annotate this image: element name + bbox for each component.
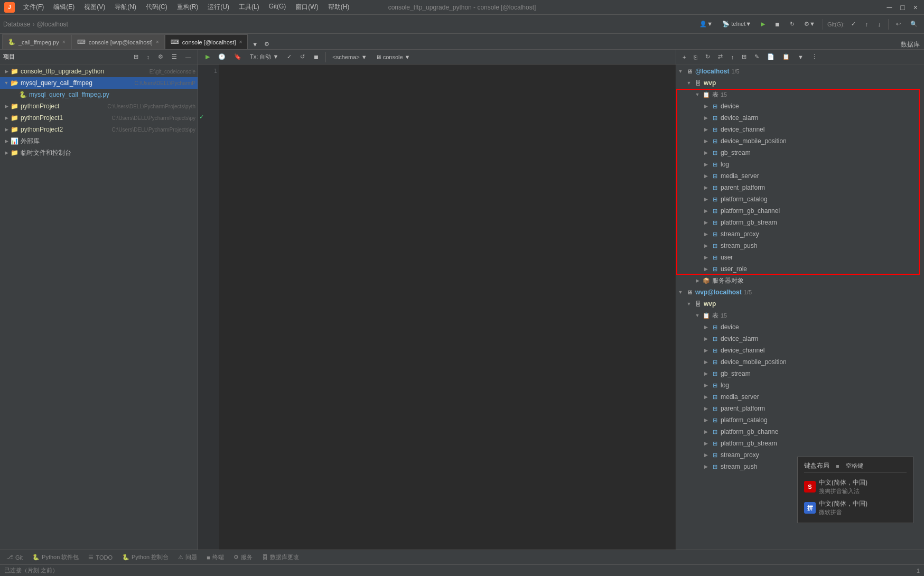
db-item-wvp[interactable]: ▼ 🗄 wvp	[676, 77, 924, 89]
menu-git[interactable]: Git(G)	[265, 2, 291, 13]
more-tabs-button[interactable]: ▼	[249, 40, 261, 49]
git-check-button[interactable]: ✓	[848, 19, 859, 29]
db-item-gb-stream2[interactable]: ▶ ⊞ gb_stream	[676, 368, 924, 379]
tab-close-icon[interactable]: ×	[62, 39, 66, 45]
editor-history-button[interactable]: 🕐	[215, 52, 229, 62]
restart-button[interactable]: ↻	[787, 19, 798, 29]
git-push-button[interactable]: ↑	[862, 20, 872, 29]
sidebar-close-button[interactable]: —	[182, 52, 194, 62]
editor-stop-button[interactable]: ⏹	[310, 52, 322, 62]
menu-code[interactable]: 代码(C)	[142, 2, 172, 13]
maximize-button[interactable]: □	[898, 3, 907, 12]
db-up-button[interactable]: ↑	[727, 52, 737, 62]
project-tree[interactable]: ▶ 📁 console_tftp_upgrade_python E:\git_c…	[0, 64, 198, 550]
tab-console-localhost[interactable]: ⌨ console [@localhost] ×	[165, 34, 248, 49]
db-query-button[interactable]: 📄	[764, 52, 778, 62]
tree-item-external-lib[interactable]: ▶ 📊 外部库	[0, 135, 198, 147]
minimize-button[interactable]: ─	[884, 3, 894, 12]
db-item-device2[interactable]: ▶ ⊞ device	[676, 321, 924, 333]
menu-file[interactable]: 文件(F)	[19, 2, 48, 13]
ime-item-pinyin[interactable]: 拼 中文(简体，中国) 微软拼音	[804, 497, 907, 518]
db-add-button[interactable]: +	[679, 52, 689, 62]
db-item-platform-catalog2[interactable]: ▶ ⊞ platform_catalog	[676, 414, 924, 426]
menu-view[interactable]: 视图(V)	[80, 2, 109, 13]
db-item-parent-platform[interactable]: ▶ ⊞ parent_platform	[676, 182, 924, 193]
menu-help[interactable]: 帮助(H)	[324, 2, 354, 13]
sidebar-sort-button[interactable]: ↕	[144, 52, 153, 62]
tree-item-python-project2[interactable]: ▶ 📁 pythonProject2 C:\Users\DELL\Pycharm…	[0, 124, 198, 135]
db-item-device-alarm[interactable]: ▶ ⊞ device_alarm	[676, 112, 924, 124]
tree-item-console-tftp[interactable]: ▶ 📁 console_tftp_upgrade_python E:\git_c…	[0, 66, 198, 77]
settings-button[interactable]: ⚙▼	[801, 19, 818, 29]
bottom-tab-todo[interactable]: ☰ TODO	[84, 552, 117, 562]
menu-edit[interactable]: 编辑(E)	[49, 2, 79, 13]
db-item-stream-push[interactable]: ▶ ⊞ stream_push	[676, 240, 924, 252]
git-pull-button[interactable]: ↓	[875, 20, 884, 29]
tree-item-mysql-py[interactable]: 🐍 mysql_query_call_ffmpeg.py	[0, 89, 198, 100]
menu-refactor[interactable]: 重构(R)	[173, 2, 203, 13]
tab-close-active-icon[interactable]: ×	[239, 39, 242, 45]
db-item-user[interactable]: ▶ ⊞ user	[676, 252, 924, 263]
menu-run[interactable]: 运行(U)	[203, 2, 234, 13]
bottom-tab-python-packages[interactable]: 🐍 Python 软件包	[28, 552, 83, 563]
telnet-button[interactable]: 📡 telnet▼	[719, 19, 754, 29]
editor-reload-button[interactable]: ↺	[297, 52, 308, 62]
bottom-tab-python-console[interactable]: 🐍 Python 控制台	[118, 552, 173, 563]
db-copy-button[interactable]: ⎘	[690, 52, 701, 62]
tree-item-python-project[interactable]: ▶ 📁 pythonProject C:\Users\DELL\PycharmP…	[0, 100, 198, 112]
editor-tx-button[interactable]: Tx: 自动 ▼	[247, 51, 282, 62]
editor-code[interactable]: ✓	[219, 64, 676, 550]
db-filter-button[interactable]: ▼	[795, 52, 807, 62]
db-item-tables-header2[interactable]: ▼ 📋 表 15	[676, 310, 924, 321]
menu-window[interactable]: 窗口(W)	[291, 2, 322, 13]
db-item-log2[interactable]: ▶ ⊞ log	[676, 379, 924, 391]
db-item-log[interactable]: ▶ ⊞ log	[676, 159, 924, 170]
bottom-tab-services[interactable]: ⚙ 服务	[229, 552, 257, 563]
menu-navigate[interactable]: 导航(N)	[110, 2, 141, 13]
db-item-gb-stream[interactable]: ▶ ⊞ gb_stream	[676, 147, 924, 159]
editor-check-button[interactable]: ✓	[284, 52, 295, 62]
db-sync-button[interactable]: ⇄	[715, 52, 726, 62]
bottom-tab-git[interactable]: ⎇ Git	[2, 552, 27, 562]
db-item-device-mobile[interactable]: ▶ ⊞ device_mobile_position	[676, 135, 924, 147]
tab-console-wvp[interactable]: ⌨ console [wvp@localhost] ×	[71, 34, 165, 49]
db-item-platform-gb-stream[interactable]: ▶ ⊞ platform_gb_stream	[676, 217, 924, 228]
menu-tools[interactable]: 工具(L)	[235, 2, 264, 13]
db-item-platform-catalog[interactable]: ▶ ⊞ platform_catalog	[676, 193, 924, 205]
db-item-server-objects[interactable]: ▶ 📦 服务器对象	[676, 275, 924, 286]
bottom-tab-db-changes[interactable]: 🗄 数据库更改	[258, 552, 303, 563]
window-controls[interactable]: ─ □ ×	[884, 3, 920, 12]
bottom-tab-problems[interactable]: ⚠ 问题	[174, 552, 201, 563]
db-item-wvp2[interactable]: ▼ 🗄 wvp	[676, 298, 924, 310]
db-item-platform-gb-channel2[interactable]: ▶ ⊞ platform_gb_channe	[676, 426, 924, 438]
tree-item-mysql-query[interactable]: ▼ 📂 mysql_query_call_ffmpeg C:\Users\DEL…	[0, 77, 198, 89]
db-item-device[interactable]: ▶ ⊞ device	[676, 100, 924, 112]
db-item-user-role[interactable]: ▶ ⊞ user_role	[676, 263, 924, 275]
db-item-localhost[interactable]: ▼ 🖥 @localhost 1/5	[676, 66, 924, 77]
editor-schema-button[interactable]: <schema> ▼	[329, 52, 370, 62]
editor-bookmark-button[interactable]: 🔖	[231, 52, 245, 62]
editor-console-button[interactable]: 🖥 console ▼	[372, 52, 414, 62]
db-item-wvp-localhost[interactable]: ▼ 🖥 wvp@localhost 1/5	[676, 286, 924, 298]
db-item-stream-proxy[interactable]: ▶ ⊞ stream_proxy	[676, 228, 924, 240]
sidebar-layout-button[interactable]: ⊞	[130, 52, 142, 62]
stop-button[interactable]: ⏹	[771, 20, 783, 29]
db-item-device-alarm2[interactable]: ▶ ⊞ device_alarm	[676, 333, 924, 345]
editor-run-button[interactable]: ▶	[202, 52, 213, 62]
db-more-button[interactable]: ⋮	[808, 52, 820, 62]
db-item-platform-gb-stream2[interactable]: ▶ ⊞ platform_gb_stream	[676, 438, 924, 449]
db-item-media-server[interactable]: ▶ ⊞ media_server	[676, 170, 924, 182]
db-item-tables-header[interactable]: ▼ 📋 表 15	[676, 89, 924, 100]
user-icon-button[interactable]: 👤▼	[696, 19, 716, 29]
db-ddl-button[interactable]: 📋	[779, 52, 793, 62]
db-item-media-server2[interactable]: ▶ ⊞ media_server	[676, 391, 924, 403]
tab-settings-button[interactable]: ⚙	[261, 39, 273, 49]
ime-popup[interactable]: 键盘布局 ■ 空格键 S 中文(简体，中国) 搜狗拼音输入法 拼 中文(简体，中…	[797, 457, 913, 523]
bottom-tab-terminal[interactable]: ■ 终端	[202, 552, 228, 563]
db-item-platform-gb-channel[interactable]: ▶ ⊞ platform_gb_channel	[676, 205, 924, 217]
db-item-device-channel[interactable]: ▶ ⊞ device_channel	[676, 124, 924, 135]
tree-item-python-project1[interactable]: ▶ 📁 pythonProject1 C:\Users\DELL\Pycharm…	[0, 112, 198, 124]
undo-button[interactable]: ↩	[893, 19, 904, 29]
search-button[interactable]: 🔍	[907, 19, 921, 29]
sidebar-options-button[interactable]: ⚙	[155, 52, 166, 62]
